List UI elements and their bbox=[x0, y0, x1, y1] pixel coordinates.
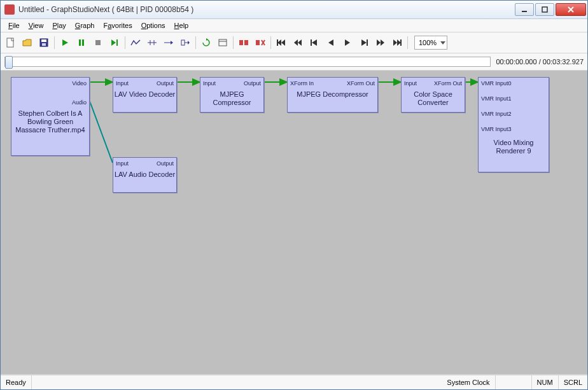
pin-vmr3[interactable]: VMR Input3 bbox=[481, 126, 512, 132]
graph2-icon[interactable] bbox=[144, 35, 160, 50]
maximize-button[interactable] bbox=[535, 3, 554, 16]
svg-rect-9 bbox=[79, 39, 81, 46]
svg-rect-13 bbox=[116, 39, 118, 46]
node-source[interactable]: Video Audio Stephen Colbert Is A Bowling… bbox=[11, 77, 90, 156]
seek-track[interactable] bbox=[4, 57, 491, 67]
new-icon[interactable] bbox=[3, 35, 18, 50]
svg-marker-42 bbox=[381, 39, 384, 46]
seek-fwd1-icon[interactable] bbox=[356, 35, 372, 50]
svg-marker-8 bbox=[62, 39, 68, 46]
menu-play[interactable]: Play bbox=[48, 20, 69, 31]
pin-audio[interactable]: Audio bbox=[72, 99, 87, 106]
graph-canvas[interactable]: Video Audio Stephen Colbert Is A Bowling… bbox=[1, 71, 587, 375]
svg-rect-6 bbox=[41, 39, 46, 42]
node-lav-audio[interactable]: Input Output LAV Audio Decoder bbox=[113, 157, 177, 193]
graph4-icon[interactable] bbox=[178, 35, 193, 50]
zoom-value: 100% bbox=[419, 39, 437, 46]
pin-vmr2[interactable]: VMR Input2 bbox=[481, 111, 512, 117]
seek-fwd-icon[interactable] bbox=[340, 35, 355, 50]
seek-thumb[interactable] bbox=[5, 56, 13, 69]
menu-view[interactable]: View bbox=[25, 20, 48, 31]
svg-marker-31 bbox=[281, 39, 285, 46]
menu-options[interactable]: Options bbox=[137, 20, 169, 31]
pause-icon[interactable] bbox=[74, 35, 89, 50]
node-lav-video[interactable]: Input Output LAV Video Decoder bbox=[113, 77, 177, 113]
window-title: Untitled - GraphStudioNext ( 64Bit | PID… bbox=[18, 5, 515, 14]
pin-out[interactable]: XForm Out bbox=[347, 80, 375, 87]
svg-marker-43 bbox=[393, 39, 397, 46]
graph1-icon[interactable] bbox=[128, 35, 143, 50]
node-lava-label: LAV Audio Decoder bbox=[113, 171, 176, 179]
menubar: File View Play Graph Favorites Options H… bbox=[1, 19, 587, 32]
filter2-icon[interactable] bbox=[253, 35, 268, 50]
seekbar-row: 00:00:00.000 / 00:03:32.927 bbox=[1, 53, 587, 71]
window-icon[interactable] bbox=[215, 35, 230, 50]
node-source-label: Stephen Colbert Is A Bowling Green Massa… bbox=[11, 109, 89, 134]
svg-rect-4 bbox=[7, 38, 13, 47]
close-button[interactable] bbox=[556, 3, 586, 16]
menu-file[interactable]: File bbox=[4, 20, 24, 31]
save-icon[interactable] bbox=[36, 35, 52, 50]
svg-marker-38 bbox=[345, 39, 350, 46]
seek-back-icon[interactable] bbox=[323, 35, 339, 50]
svg-marker-34 bbox=[298, 39, 302, 46]
svg-rect-1 bbox=[542, 7, 547, 12]
stop-icon[interactable] bbox=[90, 35, 106, 50]
seek-fwd2-icon[interactable] bbox=[373, 35, 388, 50]
node-vmr-label: Video Mixing Renderer 9 bbox=[479, 139, 549, 155]
svg-line-52 bbox=[90, 101, 113, 163]
seek-start-icon[interactable] bbox=[274, 35, 289, 50]
node-lavv-label: LAV Video Decoder bbox=[113, 90, 176, 99]
timecode: 00:00:00.000 / 00:03:32.927 bbox=[496, 58, 584, 66]
play-icon[interactable] bbox=[57, 35, 73, 50]
svg-marker-18 bbox=[171, 41, 173, 45]
menu-favorites[interactable]: Favorites bbox=[99, 20, 136, 31]
titlebar: Untitled - GraphStudioNext ( 64Bit | PID… bbox=[1, 1, 587, 19]
app-icon bbox=[4, 4, 15, 15]
open-icon[interactable] bbox=[20, 35, 35, 50]
step-icon[interactable] bbox=[107, 35, 122, 50]
svg-marker-21 bbox=[188, 41, 190, 45]
node-mjpegc-label: MJPEG Compressor bbox=[200, 90, 263, 107]
pin-out[interactable]: XForm Out bbox=[434, 80, 462, 87]
svg-rect-19 bbox=[181, 40, 185, 45]
zoom-combo[interactable]: 100% bbox=[414, 36, 447, 50]
seek-end-icon[interactable] bbox=[389, 35, 405, 50]
pin-in[interactable]: XForm In bbox=[290, 80, 314, 87]
pin-out[interactable]: Output bbox=[244, 80, 261, 87]
filter1-icon[interactable] bbox=[236, 35, 251, 50]
node-mjpeg-decompressor[interactable]: XForm In XForm Out MJPEG Decompressor bbox=[287, 77, 378, 113]
minimize-button[interactable] bbox=[515, 3, 534, 16]
pin-vmr1[interactable]: VMR Input1 bbox=[481, 95, 512, 102]
svg-rect-27 bbox=[256, 40, 260, 45]
pin-video[interactable]: Video bbox=[72, 80, 87, 87]
seek-rew2-icon[interactable] bbox=[290, 35, 305, 50]
pin-vmr0[interactable]: VMR Input0 bbox=[481, 80, 512, 87]
svg-marker-12 bbox=[111, 39, 116, 46]
svg-marker-39 bbox=[361, 39, 367, 46]
seek-rew1-icon[interactable] bbox=[307, 35, 322, 50]
pin-out[interactable]: Output bbox=[157, 160, 174, 167]
menu-graph[interactable]: Graph bbox=[71, 20, 99, 31]
svg-rect-32 bbox=[277, 39, 278, 46]
svg-rect-23 bbox=[219, 39, 227, 46]
node-csc-label: Color Space Converter bbox=[402, 90, 465, 107]
node-mjpeg-compressor[interactable]: Input Output MJPEG Compressor bbox=[200, 77, 264, 113]
status-clock: System Clock bbox=[442, 375, 495, 389]
pin-in[interactable]: Input bbox=[116, 80, 129, 87]
node-vmr9[interactable]: VMR Input0 VMR Input1 VMR Input2 VMR Inp… bbox=[478, 77, 549, 172]
pin-out[interactable]: Output bbox=[157, 80, 174, 87]
node-color-space-converter[interactable]: Input XForm Out Color Space Converter bbox=[401, 77, 465, 113]
app-window: Untitled - GraphStudioNext ( 64Bit | PID… bbox=[0, 0, 588, 390]
pin-in[interactable]: Input bbox=[404, 80, 417, 87]
node-mjpegd-label: MJPEG Decompressor bbox=[288, 90, 377, 99]
svg-marker-35 bbox=[312, 39, 317, 46]
pin-in[interactable]: Input bbox=[116, 160, 129, 167]
svg-marker-41 bbox=[377, 39, 381, 46]
status-ready: Ready bbox=[1, 375, 32, 389]
statusbar: Ready System Clock NUM SCRL bbox=[1, 375, 587, 389]
menu-help[interactable]: Help bbox=[171, 20, 193, 31]
refresh-icon[interactable] bbox=[199, 35, 214, 50]
pin-in[interactable]: Input bbox=[203, 80, 216, 87]
graph3-icon[interactable] bbox=[161, 35, 176, 50]
